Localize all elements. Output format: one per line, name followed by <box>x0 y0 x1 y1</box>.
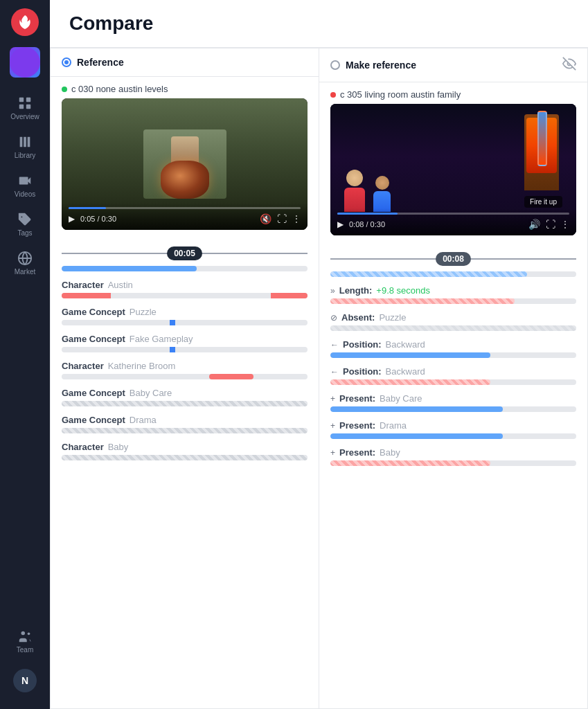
sidebar-item-team[interactable]: Team <box>4 623 46 659</box>
right-time-display: 0:08 / 0:30 <box>349 220 385 228</box>
fire-it-up-badge: Fire it up <box>524 196 562 208</box>
right-row-4: + Present: Baby Care <box>330 393 576 412</box>
left-row-6-val: Baby <box>108 442 129 452</box>
right-header-left: Make reference <box>330 60 416 71</box>
left-row-gameconcept-drama: Game Concept Drama <box>62 415 308 433</box>
svg-rect-1 <box>18 65 32 71</box>
right-bar-4 <box>330 406 576 412</box>
right-diff-icon-3: ← <box>330 367 339 377</box>
right-video-label: c 305 living room austin family <box>319 82 587 104</box>
sidebar-item-tags[interactable]: Tags <box>4 206 46 242</box>
svg-rect-2 <box>19 98 24 102</box>
left-fullscreen-button[interactable]: ⛶ <box>277 213 287 224</box>
left-main-bar <box>62 266 308 271</box>
left-video-name: c 030 none austin levels <box>71 84 168 94</box>
left-video-player[interactable]: ▶ 0:05 / 0:30 🔇 ⛶ ⋮ <box>62 98 308 230</box>
left-play-button[interactable]: ▶ <box>69 214 75 224</box>
right-row-1: ⊘ Absent: Puzzle <box>330 312 576 331</box>
compare-area: Reference c 030 none austin levels <box>50 48 588 709</box>
left-panel: Reference c 030 none austin levels <box>50 48 319 709</box>
sidebar-item-videos[interactable]: Videos <box>4 168 46 204</box>
left-bar-4 <box>62 401 308 406</box>
svg-point-7 <box>21 631 26 636</box>
left-more-button[interactable]: ⋮ <box>292 214 301 224</box>
right-row-0: » Length: +9.8 seconds <box>330 285 576 304</box>
right-diff-key-0: Length: <box>339 285 373 296</box>
svg-rect-4 <box>19 105 24 109</box>
right-diff-val-2: Backward <box>386 339 425 350</box>
left-progress-bar[interactable] <box>69 207 301 209</box>
left-video-controls: ▶ 0:05 / 0:30 🔇 ⛶ ⋮ <box>62 203 308 230</box>
right-row-2: ← Position: Backward <box>330 339 576 358</box>
right-volume-button[interactable]: 🔊 <box>528 219 540 230</box>
left-timeline: 00:05 Character Austin <box>51 238 319 708</box>
sidebar-bottom: Team N <box>4 622 46 701</box>
page-title: Compare <box>69 12 569 35</box>
left-row-5-val: Drama <box>130 415 157 425</box>
svg-rect-5 <box>26 105 30 109</box>
right-play-button[interactable]: ▶ <box>337 219 344 229</box>
right-radio[interactable] <box>330 60 340 70</box>
right-bar-1 <box>330 325 576 331</box>
left-row-character-katherine: Character Katherine Broom <box>62 361 308 379</box>
right-diff-val-0: +9.8 seconds <box>376 285 430 296</box>
right-status-dot <box>330 92 336 98</box>
left-row-character-baby: Character Baby <box>62 442 308 460</box>
right-diff-val-5: Drama <box>380 420 407 431</box>
left-time-display: 0:05 / 0:30 <box>80 215 116 223</box>
right-timeline: 00:08 » Length: +9.8 seconds <box>319 244 587 708</box>
left-row-3-key: Character <box>62 361 104 371</box>
app-logo[interactable] <box>11 8 39 36</box>
right-bar-3 <box>330 379 576 385</box>
user-initial: N <box>21 675 28 686</box>
right-bar-0 <box>330 298 576 304</box>
left-row-0-val: Austin <box>108 280 133 290</box>
right-panel: Make reference c 305 living room austin … <box>319 48 588 709</box>
sidebar-team-label: Team <box>17 646 33 654</box>
left-bar-5 <box>62 428 308 433</box>
sidebar-item-market[interactable]: Market <box>4 245 46 281</box>
left-bar-1 <box>62 320 308 325</box>
right-diff-key-6: Present: <box>339 447 375 458</box>
left-video-label: c 030 none austin levels <box>51 77 319 98</box>
left-bar-2 <box>62 347 308 352</box>
user-avatar[interactable]: N <box>13 669 37 692</box>
hide-button[interactable] <box>562 57 576 73</box>
right-diff-icon-5: + <box>330 421 335 431</box>
right-row-6: + Present: Baby <box>330 447 576 466</box>
right-panel-title: Make reference <box>346 60 416 71</box>
left-row-1-key: Game Concept <box>62 307 125 317</box>
sidebar-item-market-label: Market <box>15 268 36 276</box>
main-content: Compare Reference c 030 none austin leve… <box>50 0 588 709</box>
left-row-2-key: Game Concept <box>62 334 125 344</box>
right-more-button[interactable]: ⋮ <box>561 219 569 229</box>
sidebar-item-library[interactable]: Library <box>4 129 46 165</box>
left-row-6-key: Character <box>62 442 104 452</box>
right-row-3: ← Position: Backward <box>330 366 576 385</box>
right-main-bar <box>330 271 576 277</box>
right-diff-icon-0: » <box>330 286 335 296</box>
right-diff-key-4: Present: <box>339 393 375 404</box>
right-video-player[interactable]: Fire it up ▶ 0:08 / 0:30 <box>330 104 576 235</box>
left-panel-header: Reference <box>51 48 319 77</box>
left-row-0-key: Character <box>62 280 104 290</box>
left-row-gameconcept-babycare: Game Concept Baby Care <box>62 388 308 406</box>
left-row-gameconcept-fake: Game Concept Fake Gameplay <box>62 334 308 352</box>
right-diff-icon-4: + <box>330 394 335 404</box>
sidebar: Overview Library Videos Tags Market Team… <box>0 0 50 709</box>
left-timeline-marker: 00:05 <box>62 244 308 263</box>
svg-point-8 <box>28 633 30 636</box>
right-diff-val-1: Puzzle <box>379 312 406 323</box>
project-thumbnail[interactable] <box>10 47 40 78</box>
sidebar-item-videos-label: Videos <box>15 190 35 198</box>
sidebar-item-overview[interactable]: Overview <box>4 90 46 126</box>
left-mute-button[interactable]: 🔇 <box>260 213 271 224</box>
left-bar-6 <box>62 455 308 460</box>
right-progress-bar[interactable] <box>337 213 569 215</box>
right-fullscreen-button[interactable]: ⛶ <box>546 219 555 230</box>
right-row-5: + Present: Drama <box>330 420 576 439</box>
left-radio[interactable] <box>62 57 71 67</box>
left-row-character-austin: Character Austin <box>62 280 308 298</box>
right-diff-key-1: Absent: <box>341 312 375 323</box>
right-diff-icon-6: + <box>330 448 335 458</box>
